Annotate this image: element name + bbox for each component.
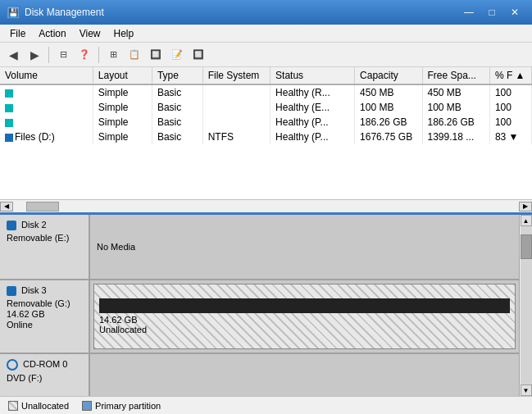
legend-unallocated-label: Unallocated: [21, 401, 69, 411]
disk-map-panel: Disk 2 Removable (E:) No Media Disk 3 Re…: [0, 215, 532, 396]
disk-2-icon: [7, 221, 16, 230]
vertical-scrollbar[interactable]: ▲ ▼: [519, 215, 532, 396]
disk-2-letter: Removable (E:): [7, 233, 82, 243]
col-layout[interactable]: Layout: [93, 67, 152, 84]
disk-3-title: Disk 3: [21, 285, 47, 295]
col-type[interactable]: Type: [152, 67, 202, 84]
volume-table: Volume Layout Type File System Status Ca…: [0, 67, 532, 144]
menu-action[interactable]: Action: [32, 26, 72, 41]
cell-volume: [0, 100, 93, 115]
scroll-right[interactable]: ▶: [519, 202, 532, 212]
toolbar-btn-4[interactable]: 📋: [125, 45, 144, 65]
cell-pct: 83 ▼: [489, 130, 531, 144]
cell-layout: Simple: [93, 130, 152, 144]
cell-free: 1399.18 ...: [422, 130, 489, 144]
volume-icon: [5, 104, 13, 112]
minimize-button[interactable]: —: [458, 4, 480, 20]
menu-view[interactable]: View: [73, 26, 107, 41]
window-controls: — □ ✕: [458, 4, 525, 20]
app-icon: 💾: [7, 6, 20, 19]
toolbar-btn-1[interactable]: ⊟: [53, 45, 73, 65]
toolbar: ◀ ▶ ⊟ ❓ ⊞ 📋 🔲 📝 🔲: [0, 43, 532, 67]
legend-primary: Primary partition: [82, 401, 161, 411]
disk-2-content: No Media: [90, 215, 519, 279]
no-media-text: No Media: [97, 242, 135, 252]
col-status[interactable]: Status: [271, 67, 355, 84]
cell-fs: [202, 84, 270, 100]
cell-capacity: 186.26 GB: [355, 115, 422, 130]
partition-size: 14.62 GB: [99, 315, 510, 325]
disk-3-size: 14.62 GB: [7, 309, 82, 319]
col-filesystem[interactable]: File System: [202, 67, 270, 84]
table-row[interactable]: Simple Basic Healthy (P... 186.26 GB 186…: [0, 115, 532, 130]
cdrom-row: CD-ROM 0 DVD (F:): [0, 354, 519, 396]
legend-unallocated: Unallocated: [8, 401, 69, 411]
cell-volume: Files (D:): [0, 130, 93, 144]
disk-2-label: Disk 2 Removable (E:): [0, 215, 90, 279]
cell-type: Basic: [152, 130, 202, 144]
scroll-down[interactable]: ▼: [521, 384, 532, 396]
col-volume[interactable]: Volume: [0, 67, 93, 84]
legend-primary-label: Primary partition: [95, 401, 161, 411]
disk-header-bar: [99, 298, 510, 313]
cell-pct: 100: [489, 115, 531, 130]
back-button[interactable]: ◀: [3, 45, 23, 65]
col-free[interactable]: Free Spa...: [422, 67, 489, 84]
legend-unallocated-icon: [8, 401, 18, 411]
disk-2-title: Disk 2: [21, 220, 47, 230]
unallocated-partition[interactable]: 14.62 GB Unallocated: [93, 284, 516, 349]
horizontal-scrollbar[interactable]: ◀ ▶: [0, 199, 532, 212]
disk-3-row: Disk 3 Removable (G:) 14.62 GB Online 14…: [0, 280, 519, 354]
table-row[interactable]: Simple Basic Healthy (R... 450 MB 450 MB…: [0, 84, 532, 100]
volume-icon: [5, 119, 13, 127]
cell-layout: Simple: [93, 100, 152, 115]
maximize-button[interactable]: □: [481, 4, 502, 20]
cell-pct: 100: [489, 84, 531, 100]
col-pct[interactable]: % F ▲: [489, 67, 531, 84]
toolbar-btn-7[interactable]: 🔲: [189, 45, 208, 65]
cdrom-name: CD-ROM 0: [7, 359, 82, 371]
disks-area: Disk 2 Removable (E:) No Media Disk 3 Re…: [0, 215, 519, 396]
cdrom-content: [90, 354, 519, 396]
menu-help[interactable]: Help: [107, 26, 141, 41]
scroll-left[interactable]: ◀: [0, 202, 13, 212]
disk-3-label: Disk 3 Removable (G:) 14.62 GB Online: [0, 280, 90, 353]
volume-list-panel: Volume Layout Type File System Status Ca…: [0, 67, 532, 215]
cdrom-letter: DVD (F:): [7, 373, 82, 383]
toolbar-btn-3[interactable]: ⊞: [103, 45, 123, 65]
cell-type: Basic: [152, 115, 202, 130]
scroll-thumb[interactable]: [26, 202, 59, 212]
menu-file[interactable]: File: [3, 26, 32, 41]
cdrom-label: CD-ROM 0 DVD (F:): [0, 354, 90, 396]
cell-free: 450 MB: [422, 84, 489, 100]
cell-status: Healthy (P...: [271, 130, 355, 144]
legend-bar: Unallocated Primary partition: [0, 396, 532, 414]
forward-button[interactable]: ▶: [25, 45, 44, 65]
cell-type: Basic: [152, 84, 202, 100]
col-capacity[interactable]: Capacity: [355, 67, 422, 84]
toolbar-btn-6[interactable]: 📝: [167, 45, 187, 65]
cell-type: Basic: [152, 100, 202, 115]
toolbar-separator-2: [98, 47, 99, 63]
cell-fs: [202, 100, 270, 115]
scroll-thumb-v[interactable]: [521, 234, 532, 259]
scroll-up[interactable]: ▲: [521, 215, 532, 226]
toolbar-btn-5[interactable]: 🔲: [146, 45, 166, 65]
table-row[interactable]: Files (D:) Simple Basic NTFS Healthy (P.…: [0, 130, 532, 144]
scroll-track: [521, 226, 532, 384]
menu-bar: File Action View Help: [0, 25, 532, 43]
volume-icon: [5, 89, 13, 98]
cell-free: 100 MB: [422, 100, 489, 115]
cell-fs: NTFS: [202, 130, 270, 144]
disk-3-status: Online: [7, 320, 82, 330]
cell-fs: [202, 115, 270, 130]
table-row[interactable]: Simple Basic Healthy (E... 100 MB 100 MB…: [0, 100, 532, 115]
toolbar-btn-2[interactable]: ❓: [75, 45, 94, 65]
toolbar-separator-1: [48, 47, 49, 63]
cell-status: Healthy (E...: [271, 100, 355, 115]
cell-capacity: 450 MB: [355, 84, 422, 100]
cell-capacity: 1676.75 GB: [355, 130, 422, 144]
cell-status: Healthy (R...: [271, 84, 355, 100]
close-button[interactable]: ✕: [504, 4, 525, 20]
main-area: Volume Layout Type File System Status Ca…: [0, 67, 532, 414]
